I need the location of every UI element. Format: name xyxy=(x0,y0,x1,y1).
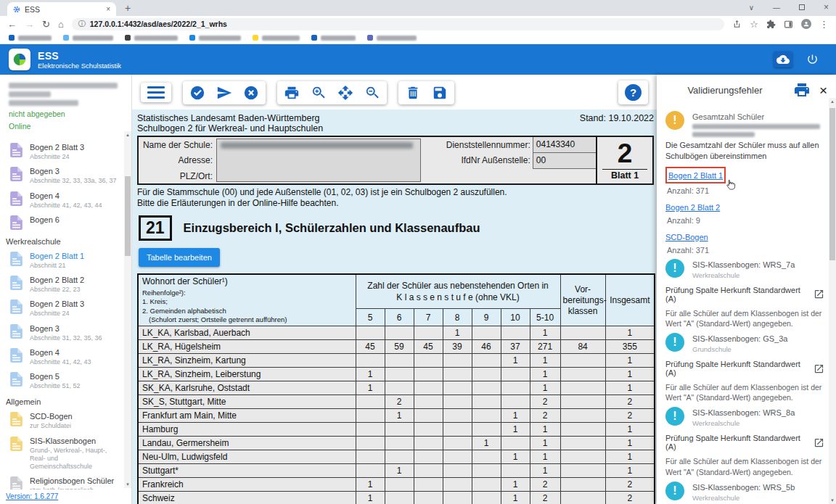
browser-menu-icon[interactable]: ⋮ xyxy=(819,19,829,30)
table-value-cell[interactable]: 1 xyxy=(443,326,472,340)
table-value-cell[interactable] xyxy=(414,326,443,340)
scroll-up-icon[interactable]: ▲ xyxy=(829,99,836,104)
table-value-cell[interactable]: 1 xyxy=(501,492,530,504)
table-value-cell[interactable] xyxy=(443,492,472,504)
help-button[interactable]: ? xyxy=(618,80,648,104)
table-value-cell[interactable] xyxy=(356,464,385,478)
table-value-cell[interactable]: 1 xyxy=(501,478,530,492)
delete-trash-icon[interactable] xyxy=(405,85,421,101)
table-value-cell[interactable]: 2 xyxy=(605,492,655,504)
table-value-cell[interactable] xyxy=(501,381,530,395)
table-value-cell[interactable]: 1 xyxy=(472,437,501,450)
table-value-cell[interactable] xyxy=(472,354,501,368)
sidebar-item-bogen-5[interactable]: Bogen 5Abschnitte 51, 52 xyxy=(0,369,124,393)
table-value-cell[interactable]: 2 xyxy=(530,395,560,409)
menu-button[interactable] xyxy=(141,83,171,102)
table-value-cell[interactable]: 1 xyxy=(530,354,560,368)
table-value-cell[interactable]: 271 xyxy=(530,340,560,354)
table-value-cell[interactable]: 1 xyxy=(501,354,530,368)
table-value-cell[interactable] xyxy=(356,395,385,409)
bookmark-item[interactable] xyxy=(189,35,241,41)
sidebar-item-bogen-3[interactable]: Bogen 3Abschnitte 32, 33, 33a, 36, 37 xyxy=(0,164,124,188)
window-minimize-icon[interactable]: — xyxy=(773,4,780,12)
cloud-download-button[interactable] xyxy=(774,51,792,67)
table-value-cell[interactable]: 1 xyxy=(356,478,385,492)
browser-tab[interactable]: ESS × xyxy=(7,2,116,16)
branch-number-field[interactable]: 00 xyxy=(533,152,597,168)
table-value-cell[interactable] xyxy=(472,478,501,492)
table-value-cell[interactable]: 2 xyxy=(530,409,560,423)
bookmark-item[interactable] xyxy=(311,35,356,41)
tab-close-icon[interactable]: × xyxy=(106,5,110,13)
sidebar-item-bogen-2-blatt-2[interactable]: Bogen 2 Blatt 2Abschnitte 22, 23 xyxy=(0,273,124,297)
table-value-cell[interactable] xyxy=(443,437,472,450)
sidebar-item-bogen-4[interactable]: Bogen 4Abschnitte 41, 42, 43, 44 xyxy=(0,189,124,212)
table-value-cell[interactable] xyxy=(560,326,605,340)
table-value-cell[interactable] xyxy=(472,450,501,464)
reload-icon[interactable]: ↻ xyxy=(42,20,50,29)
table-value-cell[interactable] xyxy=(443,464,472,478)
sidebar-scrollbar[interactable]: ▲ ▼ xyxy=(124,131,131,488)
table-value-cell[interactable] xyxy=(472,395,501,409)
logout-power-button[interactable] xyxy=(803,51,821,67)
table-value-cell[interactable] xyxy=(385,423,414,437)
sidebar-item-bogen-6[interactable]: Bogen 6 xyxy=(0,212,124,233)
panel-scrollbar[interactable]: ▲ ▼ xyxy=(829,98,836,504)
sidebar-item-bogen-2-blatt-3[interactable]: Bogen 2 Blatt 3Abschnitte 24 xyxy=(0,297,124,321)
table-value-cell[interactable] xyxy=(385,478,414,492)
window-maximize-icon[interactable] xyxy=(799,4,805,10)
panel-print-icon[interactable] xyxy=(793,81,811,99)
table-value-cell[interactable]: 1 xyxy=(605,326,655,340)
forward-icon[interactable]: → xyxy=(25,20,34,29)
table-value-cell[interactable]: 1 xyxy=(385,464,414,478)
table-value-cell[interactable] xyxy=(385,368,414,381)
table-value-cell[interactable] xyxy=(414,478,443,492)
table-value-cell[interactable] xyxy=(385,354,414,368)
table-value-cell[interactable] xyxy=(560,354,605,368)
table-value-cell[interactable] xyxy=(443,354,472,368)
open-external-icon[interactable] xyxy=(814,363,824,374)
sidebar-item-sis-klassenbogen[interactable]: SIS-KlassenbogenGrund-, Werkreal-, Haupt… xyxy=(0,434,124,474)
scroll-down-icon[interactable]: ▼ xyxy=(829,498,836,503)
school-name-field[interactable] xyxy=(216,139,421,182)
table-value-cell[interactable]: 1 xyxy=(356,381,385,395)
table-value-cell[interactable] xyxy=(560,423,605,437)
table-value-cell[interactable] xyxy=(560,395,605,409)
table-value-cell[interactable] xyxy=(501,395,530,409)
table-value-cell[interactable]: 1 xyxy=(530,423,560,437)
validation-link-bogen-2-blatt-2[interactable]: Bogen 2 Blatt 2 xyxy=(665,203,720,212)
table-value-cell[interactable]: 2 xyxy=(605,478,655,492)
zoom-in-icon[interactable] xyxy=(311,85,327,101)
table-value-cell[interactable] xyxy=(443,368,472,381)
sidebar-item-scd-bogen[interactable]: SCD-Bogenzur Schuldatei xyxy=(0,409,124,433)
scrollbar-thumb[interactable] xyxy=(125,176,131,256)
table-value-cell[interactable]: 46 xyxy=(472,340,501,354)
table-value-cell[interactable] xyxy=(414,395,443,409)
table-value-cell[interactable] xyxy=(472,492,501,504)
bookmark-item[interactable] xyxy=(9,35,52,41)
table-value-cell[interactable]: 1 xyxy=(605,464,655,478)
table-value-cell[interactable]: 1 xyxy=(605,437,655,450)
table-value-cell[interactable] xyxy=(560,492,605,504)
table-value-cell[interactable]: 1 xyxy=(530,464,560,478)
table-value-cell[interactable]: 1 xyxy=(605,381,655,395)
table-value-cell[interactable] xyxy=(560,437,605,450)
sidebar-item-religionsbogen-sch-ler[interactable]: Religionsbogen Schülerröm-kath./evangeli… xyxy=(0,474,124,489)
table-value-cell[interactable]: 2 xyxy=(385,395,414,409)
bookmark-item[interactable] xyxy=(63,35,113,41)
table-value-cell[interactable] xyxy=(414,450,443,464)
table-value-cell[interactable]: 1 xyxy=(501,423,530,437)
table-value-cell[interactable] xyxy=(356,409,385,423)
send-icon[interactable] xyxy=(216,85,232,101)
table-value-cell[interactable] xyxy=(501,437,530,450)
table-value-cell[interactable] xyxy=(385,492,414,504)
table-value-cell[interactable] xyxy=(385,381,414,395)
table-value-cell[interactable] xyxy=(356,437,385,450)
table-value-cell[interactable] xyxy=(472,464,501,478)
save-floppy-icon[interactable] xyxy=(432,85,448,101)
table-value-cell[interactable] xyxy=(443,409,472,423)
table-value-cell[interactable] xyxy=(472,409,501,423)
table-value-cell[interactable] xyxy=(385,450,414,464)
side-panel-icon[interactable] xyxy=(784,20,793,29)
table-value-cell[interactable]: 1 xyxy=(356,492,385,504)
